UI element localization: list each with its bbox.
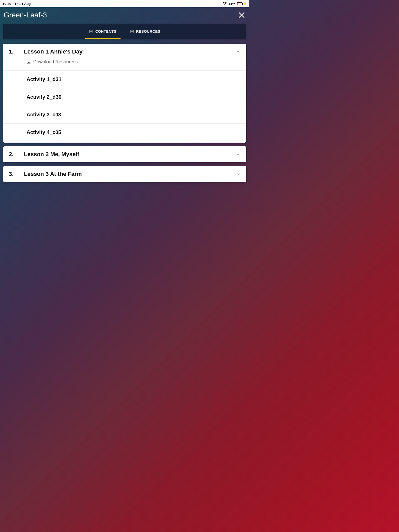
activity-row[interactable]: Activity 4_c05 [3,123,246,143]
lesson-title: Lesson 3 At the Farm [24,171,82,177]
lesson-title: Lesson 1 Annie's Day [24,48,83,55]
activity-label: Activity 1_d31 [26,76,62,82]
tab-contents[interactable]: CONTENTS [88,24,118,39]
lesson-number: 2. [9,151,24,158]
download-icon [26,60,31,65]
activity-row[interactable]: Activity 3_c03 [3,106,246,123]
wifi-icon [223,2,227,6]
tabs-bar: CONTENTS RESOURCES [3,24,246,39]
status-bar: 19:39 Thu 1 Aug 14% ⚡ [0,0,249,7]
lesson-title: Lesson 2 Me, Myself [24,151,79,158]
battery-icon [237,2,242,5]
tab-resources-label: RESOURCES [136,29,160,34]
tab-resources[interactable]: RESOURCES [128,24,162,39]
lesson-number: 3. [9,171,24,177]
lesson-number: 1. [9,48,24,55]
chevron-down-icon [236,152,241,157]
status-date: Thu 1 Aug [14,2,31,6]
resources-icon [130,29,134,34]
download-resources-row[interactable]: Download Resources [3,58,246,70]
close-button[interactable] [238,11,245,19]
activity-row[interactable]: Activity 1_d31 [3,70,246,88]
charging-icon: ⚡ [243,2,247,5]
battery-percent: 14% [228,2,235,6]
contents-icon [89,29,93,34]
lesson-card-3: 3. Lesson 3 At the Farm [3,166,246,182]
activity-label: Activity 2_d30 [26,94,62,100]
lesson-header-2[interactable]: 2. Lesson 2 Me, Myself [3,146,246,162]
close-icon [238,11,245,19]
content-area: 1. Lesson 1 Annie's Day Download Resourc… [0,39,249,182]
lesson-card-2: 2. Lesson 2 Me, Myself [3,146,246,162]
page-header: Green-Leaf-3 [0,7,249,24]
download-label: Download Resources [33,59,78,65]
activity-label: Activity 3_c03 [26,112,61,117]
chevron-down-icon [236,172,241,176]
activity-label: Activity 4_c05 [26,129,61,135]
chevron-up-icon [236,49,241,54]
activity-row[interactable]: Activity 2_d30 [3,88,246,106]
lesson-header-3[interactable]: 3. Lesson 3 At the Farm [3,166,246,182]
page-title: Green-Leaf-3 [4,11,47,19]
status-time: 19:39 [3,2,11,6]
lesson-header-1[interactable]: 1. Lesson 1 Annie's Day [3,44,246,58]
lesson-card-1: 1. Lesson 1 Annie's Day Download Resourc… [3,44,246,143]
tab-contents-label: CONTENTS [95,29,116,34]
